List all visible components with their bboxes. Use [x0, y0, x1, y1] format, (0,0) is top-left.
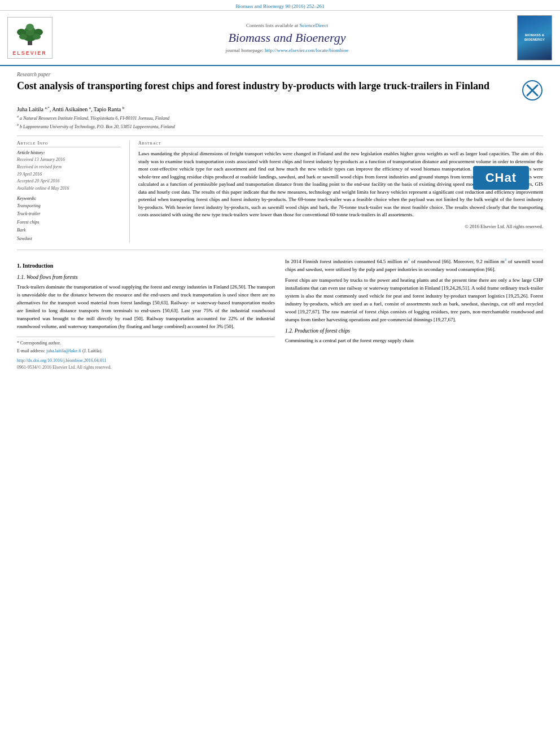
journal-homepage-line: journal homepage: http://www.elsevier.co…: [226, 47, 349, 53]
journal-cover-thumbnail: BIOMASS &BIOENERGY: [517, 15, 552, 60]
history-label: Article history:: [17, 150, 121, 155]
footnote-area: * Corresponding author. E-mail address: …: [17, 337, 275, 372]
abstract-panel: Abstract Laws mandating the physical dim…: [130, 141, 543, 243]
body-paragraph-production: Comminuting is a central part of the for…: [285, 337, 543, 345]
keyword-1: Transporting: [17, 203, 41, 208]
contents-text: Contents lists available at: [246, 23, 298, 28]
keyword-3: Forest chips: [17, 220, 39, 225]
affiliation-b: b b Lappeenranta University of Technolog…: [17, 123, 543, 130]
subsection-1-1-title: Wood flows from forests: [27, 274, 78, 280]
crossmark-icon: [522, 80, 543, 101]
keyword-5: Sawdust: [17, 236, 32, 241]
body-paragraph-right-2: Forest chips are transported by trucks t…: [285, 277, 543, 324]
svg-point-6: [19, 34, 27, 40]
body-two-column: 1. Introduction 1.1. Wood flows from for…: [17, 257, 543, 371]
body-paragraph-1: Truck-trailers dominate the transportati…: [17, 283, 275, 331]
issn-line: 0961-9534/© 2016 Elsevier Ltd. All right…: [17, 364, 275, 371]
section-divider: [17, 250, 543, 250]
body-col-right: In 2014 Finnish forest industries consum…: [285, 257, 543, 371]
doi-anchor[interactable]: http://dx.doi.org/10.1016/j.biombioe.201…: [17, 358, 106, 363]
accepted-date: Accepted 20 April 2016: [17, 178, 60, 184]
elsevier-brand-text: ELSEVIER: [10, 50, 50, 56]
crossmark-logo[interactable]: [522, 80, 543, 101]
received-date: Received 13 January 2016: [17, 157, 65, 162]
subsection-1-2-heading: 1.2. Production of forest chips: [285, 327, 543, 335]
article-title-row: Cost analysis of transporting forest chi…: [17, 80, 543, 101]
subsection-1-2-title: Production of forest chips: [295, 328, 350, 334]
chat-badge[interactable]: CHat: [473, 166, 529, 190]
article-main-title: Cost analysis of transporting forest chi…: [17, 80, 516, 93]
science-direct-link[interactable]: ScienceDirect: [300, 23, 328, 28]
article-info-heading: Article Info: [17, 141, 121, 147]
keywords-label: Keywords:: [17, 196, 121, 201]
journal-cover-image: BIOMASS &BIOENERGY: [515, 15, 554, 60]
svg-point-7: [33, 34, 41, 40]
footnote-corresponding: * Corresponding author.: [17, 340, 275, 347]
journal-citation-text: Biomass and Bioenergy 90 (2016) 252–261: [235, 3, 324, 9]
science-direct-line: Contents lists available at ScienceDirec…: [246, 23, 328, 28]
affiliation-a: a a Natural Resources Institute Finland,…: [17, 114, 543, 121]
elsevier-logo-box: ELSEVIER: [7, 17, 53, 59]
subsection-1-2-num: 1.2.: [285, 328, 293, 334]
doi-link[interactable]: http://dx.doi.org/10.1016/j.biombioe.201…: [17, 357, 275, 364]
received-revised-date: Received in revised form19 April 2016: [17, 164, 62, 177]
homepage-label: journal homepage:: [226, 47, 264, 53]
homepage-url[interactable]: http://www.elsevier.com/locate/biombioe: [265, 47, 348, 53]
section-1-num: 1.: [17, 263, 21, 269]
article-info-abstract-section: Article Info Article history: Received 1…: [17, 136, 543, 243]
keyword-4: Bark: [17, 228, 26, 233]
body-paragraph-right-1: In 2014 Finnish forest industries consum…: [285, 257, 543, 274]
elsevier-tree-icon: [13, 20, 47, 48]
svg-point-3: [26, 24, 34, 30]
body-col-left: 1. Introduction 1.1. Wood flows from for…: [17, 257, 275, 371]
authors-line: Juha Laitila a,*, Antti Asikainen a, Tap…: [17, 106, 543, 112]
article-info-panel: Article Info Article history: Received 1…: [17, 141, 130, 243]
journal-title-center: Contents lists available at ScienceDirec…: [59, 15, 515, 60]
cover-title-text: BIOMASS &BIOENERGY: [524, 33, 545, 42]
subsection-1-1-heading: 1.1. Wood flows from forests: [17, 273, 275, 282]
journal-header-area: ELSEVIER Contents lists available at Sci…: [0, 11, 560, 66]
subsection-1-1-num: 1.1.: [17, 274, 25, 280]
journal-citation-bar: Biomass and Bioenergy 90 (2016) 252–261: [0, 0, 560, 11]
elsevier-logo: ELSEVIER: [6, 15, 54, 60]
author-email-link[interactable]: juha.laitila@luke.fi: [46, 348, 81, 353]
available-date: Available online 4 May 2016: [17, 186, 69, 191]
keyword-2: Truck-trailer: [17, 211, 40, 216]
corresponding-label: * Corresponding author.: [17, 340, 61, 346]
article-dates: Received 13 January 2016 Received in rev…: [17, 156, 121, 193]
section-1-heading: 1. Introduction: [17, 261, 275, 270]
email-label: E-mail address:: [17, 348, 45, 353]
copyright-notice: © 2016 Elsevier Ltd. All rights reserved…: [138, 224, 543, 229]
journal-main-title: Biomass and Bioenergy: [228, 30, 345, 45]
email-name: (J. Laitila).: [82, 348, 102, 353]
article-type-label: Research paper: [17, 72, 543, 77]
keywords-list: Transporting Truck-trailer Forest chips …: [17, 202, 121, 243]
content-area: Research paper Cost analysis of transpor…: [0, 66, 560, 377]
footnote-email-line: E-mail address: juha.laitila@luke.fi (J.…: [17, 348, 275, 355]
section-1-title: Introduction: [23, 263, 53, 269]
abstract-heading: Abstract: [138, 141, 543, 147]
